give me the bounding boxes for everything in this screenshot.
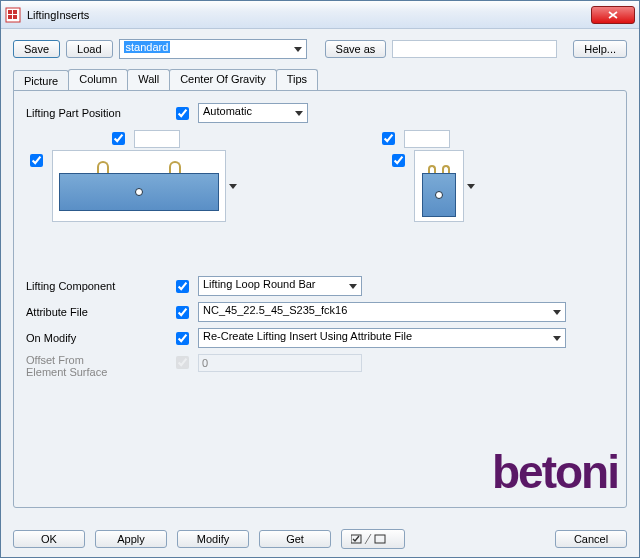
lifting-position-checkbox[interactable]	[176, 107, 189, 120]
lifting-component-checkbox[interactable]	[176, 280, 189, 293]
beam-preview-dropdown[interactable]	[226, 150, 240, 222]
lifting-component-row: Lifting Component Lifting Loop Round Bar	[26, 276, 614, 296]
tab-strip: Picture Column Wall Center Of Gravity Ti…	[13, 69, 627, 90]
attribute-file-combo[interactable]: NC_45_22.5_45_S235_fck16	[198, 302, 566, 322]
tab-wall[interactable]: Wall	[127, 69, 170, 90]
offset-inputs-row	[26, 129, 614, 148]
col-offset-input[interactable]	[404, 130, 450, 148]
offset-surface-row: Offset FromElement Surface	[26, 354, 614, 378]
content-area: Save Load standard Save as Help... Pictu…	[1, 29, 639, 557]
bottom-bar: OK Apply Modify Get Cancel	[13, 529, 627, 549]
chevron-down-icon	[467, 184, 475, 189]
offset-surface-input	[198, 354, 362, 372]
on-modify-combo[interactable]: Re-Create Lifting Insert Using Attribute…	[198, 328, 566, 348]
lifting-position-label: Lifting Part Position	[26, 107, 166, 119]
col-preview-checkbox[interactable]	[392, 154, 405, 167]
preset-combo[interactable]: standard	[119, 39, 307, 59]
lifting-position-combo[interactable]: Automatic	[198, 103, 308, 123]
tab-body: Lifting Part Position Automatic	[13, 90, 627, 508]
help-button[interactable]: Help...	[573, 40, 627, 58]
svg-rect-2	[13, 10, 17, 14]
filter-toggle[interactable]	[341, 529, 405, 549]
preset-value: standard	[124, 41, 171, 53]
svg-line-6	[365, 534, 371, 544]
brand-logo: betoni	[492, 445, 618, 499]
offset-surface-checkbox	[176, 356, 189, 369]
save-as-input[interactable]	[392, 40, 557, 58]
tab-tips[interactable]: Tips	[276, 69, 318, 90]
close-icon	[608, 11, 618, 19]
tab-column[interactable]: Column	[68, 69, 128, 90]
apply-button[interactable]: Apply	[95, 530, 167, 548]
on-modify-label: On Modify	[26, 332, 166, 344]
get-button[interactable]: Get	[259, 530, 331, 548]
attribute-file-label: Attribute File	[26, 306, 166, 318]
dialog-window: LiftingInserts Save Load standard Save a…	[0, 0, 640, 558]
cancel-button[interactable]: Cancel	[555, 530, 627, 548]
beam-offset-input[interactable]	[134, 130, 180, 148]
attribute-file-row: Attribute File NC_45_22.5_45_S235_fck16	[26, 302, 614, 322]
lifting-position-row: Lifting Part Position Automatic	[26, 103, 614, 123]
tab-cog[interactable]: Center Of Gravity	[169, 69, 277, 90]
save-as-button[interactable]: Save as	[325, 40, 387, 58]
save-button[interactable]: Save	[13, 40, 60, 58]
beam-offset-checkbox[interactable]	[112, 132, 125, 145]
window-title: LiftingInserts	[27, 9, 591, 21]
close-button[interactable]	[591, 6, 635, 24]
preview-row	[26, 150, 614, 222]
svg-rect-1	[8, 10, 12, 14]
offset-surface-label: Offset FromElement Surface	[26, 354, 166, 378]
filter-toggle-icon	[351, 533, 395, 545]
column-preview-dropdown[interactable]	[464, 150, 478, 222]
preset-toolbar: Save Load standard Save as Help...	[13, 39, 627, 59]
chevron-down-icon	[229, 184, 237, 189]
beam-preview[interactable]	[52, 150, 226, 222]
app-icon	[5, 7, 21, 23]
lifting-component-combo[interactable]: Lifting Loop Round Bar	[198, 276, 362, 296]
lifting-component-label: Lifting Component	[26, 280, 166, 292]
titlebar: LiftingInserts	[1, 1, 639, 29]
column-preview[interactable]	[414, 150, 464, 222]
ok-button[interactable]: OK	[13, 530, 85, 548]
svg-rect-7	[375, 535, 385, 543]
modify-button[interactable]: Modify	[177, 530, 249, 548]
beam-preview-checkbox[interactable]	[30, 154, 43, 167]
svg-rect-3	[8, 15, 12, 19]
tab-picture[interactable]: Picture	[13, 70, 69, 91]
col-offset-checkbox[interactable]	[382, 132, 395, 145]
load-button[interactable]: Load	[66, 40, 112, 58]
svg-rect-4	[13, 15, 17, 19]
on-modify-checkbox[interactable]	[176, 332, 189, 345]
on-modify-row: On Modify Re-Create Lifting Insert Using…	[26, 328, 614, 348]
attribute-file-checkbox[interactable]	[176, 306, 189, 319]
